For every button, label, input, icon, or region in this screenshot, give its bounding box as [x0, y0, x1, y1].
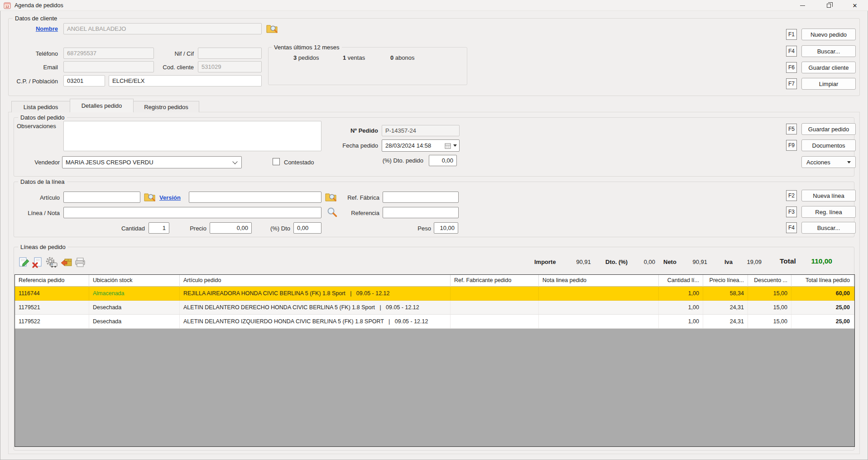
tab-lista-pedidos[interactable]: Lista pedidos — [11, 101, 70, 112]
minimize-button[interactable] — [789, 0, 815, 11]
cod-cliente-field[interactable]: 531029 — [198, 61, 262, 72]
referencia-input[interactable] — [383, 207, 459, 218]
column-header[interactable]: Cantidad lí... — [659, 275, 703, 287]
email-field[interactable] — [63, 61, 154, 72]
table-cell: 15,00 — [748, 315, 791, 328]
table-cell: 58,34 — [703, 287, 748, 300]
linea-nota-input[interactable] — [63, 207, 321, 218]
close-button[interactable]: ✕ — [842, 0, 868, 11]
observaciones-label: Observaciones — [17, 123, 56, 129]
gear-truck-icon[interactable] — [45, 256, 58, 269]
guardar-pedido-button[interactable]: Guardar pedido — [801, 123, 856, 135]
titlebar: 12 Agenda de pedidos ✕ — [0, 0, 868, 11]
email-label: Email — [18, 64, 58, 71]
peso-input[interactable]: 10,00 — [434, 222, 458, 234]
stat-abonos-label: abonos — [395, 54, 415, 61]
restore-icon — [827, 4, 831, 8]
column-header[interactable]: Total línea pedido — [791, 275, 854, 287]
folder-search-icon[interactable] — [325, 191, 337, 202]
table-cell: 24,31 — [703, 315, 748, 328]
f4-key-badge: F4 — [786, 46, 797, 57]
column-header[interactable]: Referencia pedido — [15, 275, 89, 287]
version-input[interactable] — [189, 192, 321, 203]
peso-label: Peso — [408, 225, 431, 232]
table-body: 1116744AlmacenadaREJILLA AIREADORA HONDA… — [15, 287, 854, 329]
table-cell — [451, 315, 539, 328]
table-row[interactable]: 1179521DesechadaALETIN DELANTERO DERECHO… — [15, 301, 854, 315]
close-icon: ✕ — [853, 3, 858, 9]
total-label: Total — [780, 257, 796, 265]
guardar-cliente-button[interactable]: Guardar cliente — [801, 62, 856, 73]
column-header[interactable]: Ubicación stock — [89, 275, 180, 287]
documentos-button[interactable]: Documentos — [801, 139, 856, 151]
folder-search-icon[interactable] — [144, 191, 156, 202]
tab-detalles-pedido[interactable]: Detalles pedido — [70, 99, 134, 112]
table-cell: 24,31 — [703, 301, 748, 314]
dto-linea-input[interactable]: 0,00 — [293, 222, 321, 234]
table-header-row: Referencia pedidoUbicación stockArtículo… — [15, 275, 854, 287]
column-header[interactable]: Precio línea... — [703, 275, 748, 287]
table-cell: 25,00 — [791, 301, 854, 314]
date-dropdown-arrow-icon[interactable] — [453, 144, 457, 147]
iva-value: 19,09 — [737, 258, 762, 266]
precio-input[interactable]: 0,00 — [210, 222, 252, 234]
acciones-button[interactable]: Acciones — [801, 156, 856, 168]
nuevo-pedido-button[interactable]: Nuevo pedido — [801, 29, 856, 40]
dto-pedido-field[interactable]: 0,00 — [429, 155, 457, 166]
contestado-label: Contestado — [284, 159, 314, 166]
table-cell: 1179521 — [15, 301, 89, 314]
restore-button[interactable] — [815, 0, 842, 11]
table-cell — [539, 301, 659, 314]
dto-total-label: Dto. (%) — [605, 258, 628, 266]
column-header[interactable]: Artículo pedido — [180, 275, 451, 287]
cantidad-input[interactable]: 1 — [149, 222, 169, 234]
observaciones-textarea[interactable] — [63, 121, 321, 151]
ventas-group — [268, 47, 467, 85]
stat-abonos: 0 abonos — [390, 54, 415, 61]
table-cell: Desechada — [89, 315, 180, 328]
nueva-linea-button[interactable]: Nueva línea — [801, 190, 856, 201]
vendedor-label: Vendedor — [18, 159, 60, 166]
search-icon[interactable] — [326, 206, 338, 218]
table-cell: ALETIN DELANTERO DERECHO HONDA CIVIC BER… — [180, 301, 451, 314]
column-header[interactable]: Nota linea pedido — [539, 275, 659, 287]
edit-line-icon[interactable] — [18, 256, 30, 269]
poblacion-field[interactable]: ELCHE/ELX — [109, 75, 262, 86]
lines-group-title: Líneas de pedido — [18, 244, 68, 250]
column-header[interactable]: Ref. Fabricante pedido — [451, 275, 539, 287]
tab-registro-pedidos[interactable]: Registro pedidos — [133, 101, 199, 112]
reg-linea-button[interactable]: Reg. línea — [801, 206, 856, 218]
neto-value: 90,91 — [679, 258, 707, 266]
package-return-icon[interactable] — [60, 256, 72, 269]
folder-search-icon[interactable] — [266, 23, 278, 34]
vendedor-value: MARIA JESUS CRESPO VERDU — [66, 159, 233, 166]
ref-fabrica-input[interactable] — [383, 192, 459, 203]
date-calendar-icon[interactable] — [445, 143, 451, 149]
table-row[interactable]: 1179522DesechadaALETIN DELANTERO IZQUIER… — [15, 315, 854, 329]
table-cell — [539, 287, 659, 300]
delete-line-icon[interactable] — [32, 256, 43, 269]
contestado-checkbox[interactable] — [273, 158, 280, 165]
nombre-link[interactable]: Nombre — [18, 25, 58, 32]
iva-label: Iva — [724, 258, 733, 266]
dto-total-value: 0,00 — [636, 258, 655, 266]
buscar-linea-button[interactable]: Buscar... — [801, 222, 856, 234]
fecha-pedido-field[interactable]: 28/03/2024 14:58 — [382, 139, 460, 152]
telefono-field[interactable]: 687295537 — [63, 48, 154, 59]
fecha-pedido-label: Fecha pedido — [319, 142, 378, 149]
articulo-input[interactable] — [63, 192, 140, 203]
column-header[interactable]: Descuento ... — [748, 275, 791, 287]
limpiar-button[interactable]: Limpiar — [801, 78, 856, 90]
neto-label: Neto — [663, 258, 676, 266]
vendedor-select[interactable]: MARIA JESUS CRESPO VERDU — [62, 156, 242, 168]
version-link[interactable]: Versión — [159, 194, 181, 201]
cp-field[interactable]: 03201 — [63, 75, 105, 86]
nif-field[interactable] — [198, 48, 262, 59]
fecha-pedido-value: 28/03/2024 14:58 — [385, 142, 445, 149]
buscar-cliente-button[interactable]: Buscar... — [801, 45, 856, 57]
table-cell: 1179522 — [15, 315, 89, 328]
nombre-field[interactable]: ANGEL ALBALADEJO — [63, 23, 262, 34]
order-lines-table: Referencia pedidoUbicación stockArtículo… — [14, 274, 855, 447]
table-row[interactable]: 1116744AlmacenadaREJILLA AIREADORA HONDA… — [15, 287, 854, 301]
print-icon[interactable] — [74, 256, 86, 269]
